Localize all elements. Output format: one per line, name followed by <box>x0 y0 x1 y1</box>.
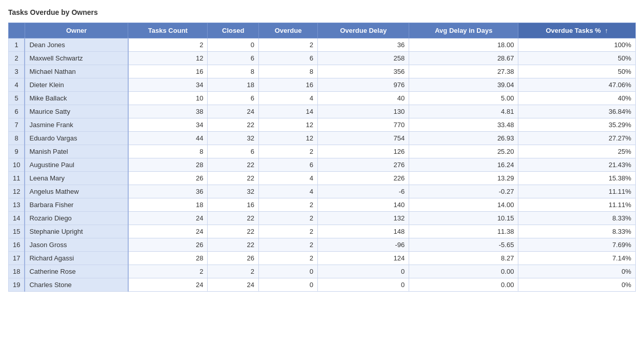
cell-avg-delay: 27.38 <box>409 65 518 78</box>
table-row: 3Michael Nathan168835627.3850% <box>9 65 636 78</box>
sort-asc-icon: ↑ <box>605 27 608 34</box>
cell-closed: 8 <box>208 65 259 78</box>
table-header-row: Owner Tasks Count Closed Overdue Overdue… <box>9 23 636 38</box>
cell-avg-delay: 5.00 <box>409 92 518 105</box>
cell-closed: 32 <box>208 132 259 145</box>
table-row: 14Rozario Diego2422213210.158.33% <box>9 212 636 225</box>
cell-closed: 18 <box>208 78 259 92</box>
cell-overdue-delay: 40 <box>318 92 409 105</box>
cell-row-num: 1 <box>9 38 25 52</box>
overdue-tasks-table: Owner Tasks Count Closed Overdue Overdue… <box>8 23 636 292</box>
col-header-owner[interactable]: Owner <box>25 23 128 38</box>
cell-overdue: 2 <box>259 238 318 252</box>
cell-avg-delay: 28.67 <box>409 52 518 65</box>
cell-tasks-count: 10 <box>128 92 208 105</box>
cell-tasks-count: 28 <box>128 252 208 265</box>
table-wrapper: Owner Tasks Count Closed Overdue Overdue… <box>8 23 636 292</box>
cell-owner: Mike Ballack <box>25 92 128 105</box>
table-row: 12Angelus Mathew36324-6-0.2711.11% <box>9 185 636 198</box>
cell-overdue-pct: 50% <box>518 52 636 65</box>
cell-overdue-delay: 276 <box>318 158 409 172</box>
cell-closed: 24 <box>208 105 259 118</box>
cell-overdue-delay: 770 <box>318 118 409 132</box>
cell-closed: 16 <box>208 198 259 212</box>
cell-closed: 0 <box>208 38 259 52</box>
cell-closed: 6 <box>208 92 259 105</box>
cell-overdue: 12 <box>259 118 318 132</box>
table-body: 1Dean Jones2023618.00100%2Maxwell Schwar… <box>9 38 636 292</box>
cell-tasks-count: 16 <box>128 65 208 78</box>
cell-owner: Charles Stone <box>25 278 128 292</box>
col-header-avg-delay[interactable]: Avg Delay in Days <box>409 23 518 38</box>
cell-tasks-count: 28 <box>128 158 208 172</box>
cell-closed: 22 <box>208 158 259 172</box>
cell-row-num: 18 <box>9 265 25 278</box>
col-header-closed[interactable]: Closed <box>208 23 259 38</box>
table-row: 17Richard Agassi282621248.277.14% <box>9 252 636 265</box>
cell-avg-delay: 4.81 <box>409 105 518 118</box>
cell-overdue: 14 <box>259 105 318 118</box>
cell-avg-delay: 10.15 <box>409 212 518 225</box>
cell-overdue-pct: 7.14% <box>518 252 636 265</box>
cell-overdue-pct: 11.11% <box>518 185 636 198</box>
cell-closed: 22 <box>208 238 259 252</box>
cell-overdue: 12 <box>259 132 318 145</box>
cell-overdue-pct: 40% <box>518 92 636 105</box>
cell-row-num: 9 <box>9 145 25 158</box>
cell-tasks-count: 24 <box>128 278 208 292</box>
cell-closed: 32 <box>208 185 259 198</box>
cell-closed: 26 <box>208 252 259 265</box>
col-header-overdue-delay[interactable]: Overdue Delay <box>318 23 409 38</box>
cell-overdue-delay: 356 <box>318 65 409 78</box>
cell-tasks-count: 2 <box>128 38 208 52</box>
table-row: 9Manish Patel86212625.2025% <box>9 145 636 158</box>
cell-tasks-count: 12 <box>128 52 208 65</box>
cell-row-num: 17 <box>9 252 25 265</box>
cell-owner: Barbara Fisher <box>25 198 128 212</box>
cell-overdue-delay: 0 <box>318 265 409 278</box>
cell-avg-delay: 0.00 <box>409 278 518 292</box>
cell-closed: 24 <box>208 278 259 292</box>
cell-avg-delay: 13.29 <box>409 172 518 185</box>
cell-overdue: 2 <box>259 38 318 52</box>
col-header-overdue-pct[interactable]: Overdue Tasks % ↑ <box>518 23 636 38</box>
cell-tasks-count: 26 <box>128 172 208 185</box>
cell-closed: 6 <box>208 145 259 158</box>
cell-tasks-count: 2 <box>128 265 208 278</box>
table-row: 2Maxwell Schwartz126625828.6750% <box>9 52 636 65</box>
cell-overdue-pct: 8.33% <box>518 212 636 225</box>
cell-owner: Catherine Rose <box>25 265 128 278</box>
cell-avg-delay: -5.65 <box>409 238 518 252</box>
cell-row-num: 3 <box>9 65 25 78</box>
page-title: Tasks Overdue by Owners <box>8 8 636 16</box>
cell-tasks-count: 34 <box>128 78 208 92</box>
cell-avg-delay: 18.00 <box>409 38 518 52</box>
cell-avg-delay: 26.93 <box>409 132 518 145</box>
cell-overdue-pct: 25% <box>518 145 636 158</box>
cell-overdue-pct: 8.33% <box>518 225 636 238</box>
cell-overdue: 2 <box>259 252 318 265</box>
col-header-overdue[interactable]: Overdue <box>259 23 318 38</box>
cell-row-num: 14 <box>9 212 25 225</box>
cell-tasks-count: 34 <box>128 118 208 132</box>
cell-row-num: 12 <box>9 185 25 198</box>
cell-tasks-count: 8 <box>128 145 208 158</box>
cell-owner: Rozario Diego <box>25 212 128 225</box>
cell-owner: Maurice Satty <box>25 105 128 118</box>
cell-owner: Stephanie Upright <box>25 225 128 238</box>
cell-avg-delay: 14.00 <box>409 198 518 212</box>
cell-overdue: 6 <box>259 158 318 172</box>
cell-owner: Maxwell Schwartz <box>25 52 128 65</box>
table-row: 15Stephanie Upright2422214811.388.33% <box>9 225 636 238</box>
cell-overdue-pct: 7.69% <box>518 238 636 252</box>
cell-avg-delay: 11.38 <box>409 225 518 238</box>
cell-overdue-delay: 976 <box>318 78 409 92</box>
cell-owner: Dieter Klein <box>25 78 128 92</box>
cell-owner: Eduardo Vargas <box>25 132 128 145</box>
cell-closed: 22 <box>208 172 259 185</box>
cell-row-num: 19 <box>9 278 25 292</box>
col-header-tasks-count[interactable]: Tasks Count <box>128 23 208 38</box>
cell-tasks-count: 24 <box>128 225 208 238</box>
cell-tasks-count: 38 <box>128 105 208 118</box>
cell-overdue: 2 <box>259 145 318 158</box>
